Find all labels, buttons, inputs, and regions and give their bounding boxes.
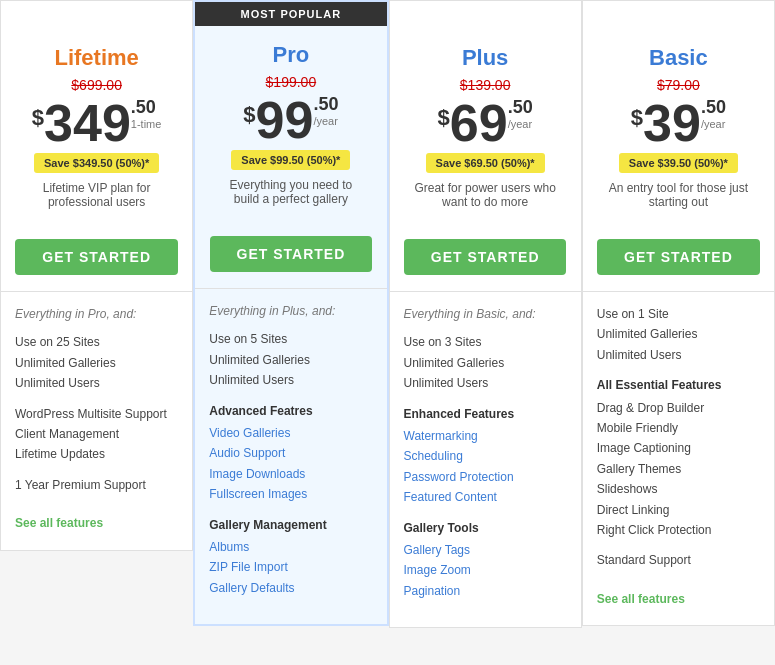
most-popular-badge: MOST POPULAR — [195, 2, 386, 26]
price-row-lifetime: $349.501-time — [13, 97, 180, 149]
get-started-btn-pro[interactable]: GET STARTED — [210, 236, 373, 272]
feature-item-plus-1-2: Password Protection — [404, 467, 567, 487]
feature-group-basic-0: Use on 1 SiteUnlimited GalleriesUnlimite… — [597, 304, 760, 365]
price-period-plus: /year — [508, 118, 532, 130]
price-main-lifetime: 349 — [44, 97, 131, 149]
feature-item-lifetime-1-0: WordPress Multisite Support — [15, 404, 178, 424]
feature-group-title-plus-2: Gallery Tools — [404, 518, 567, 538]
price-dollar-lifetime: $ — [32, 105, 44, 131]
features-intro-lifetime: Everything in Pro, and: — [15, 304, 178, 324]
feature-group-pro-0: Use on 5 SitesUnlimited GalleriesUnlimit… — [209, 329, 372, 390]
see-all-link-lifetime[interactable]: See all features — [15, 513, 103, 533]
price-period-basic: /year — [701, 118, 725, 130]
feature-item-pro-2-2: Gallery Defaults — [209, 578, 372, 598]
feature-item-plus-1-3: Featured Content — [404, 487, 567, 507]
plan-header-basic: Basic$79.00$39.50/yearSave $39.50 (50%)*… — [583, 29, 774, 239]
feature-item-lifetime-0-1: Unlimited Galleries — [15, 353, 178, 373]
feature-item-lifetime-0-0: Use on 25 Sites — [15, 332, 178, 352]
plan-desc-pro: Everything you need to build a perfect g… — [207, 178, 374, 218]
save-badge-lifetime: Save $349.50 (50%)* — [34, 153, 159, 173]
price-row-basic: $39.50/year — [595, 97, 762, 149]
original-price-plus: $139.00 — [402, 77, 569, 93]
divider-pro — [195, 288, 386, 289]
plan-col-lifetime: Lifetime$699.00$349.501-timeSave $349.50… — [0, 0, 193, 551]
feature-item-basic-1-5: Direct Linking — [597, 500, 760, 520]
feature-item-pro-1-1: Audio Support — [209, 443, 372, 463]
plan-name-plus: Plus — [402, 45, 569, 71]
feature-group-basic-1: All Essential FeaturesDrag & Drop Builde… — [597, 375, 760, 540]
features-intro-plus: Everything in Basic, and: — [404, 304, 567, 324]
feature-item-plus-1-0: Watermarking — [404, 426, 567, 446]
plan-features-pro: Everything in Plus, and:Use on 5 SitesUn… — [195, 301, 386, 608]
original-price-basic: $79.00 — [595, 77, 762, 93]
feature-group-lifetime-2: 1 Year Premium Support — [15, 475, 178, 495]
get-started-btn-plus[interactable]: GET STARTED — [404, 239, 567, 275]
divider-plus — [390, 291, 581, 292]
plan-desc-basic: An entry tool for those just starting ou… — [595, 181, 762, 221]
get-started-btn-basic[interactable]: GET STARTED — [597, 239, 760, 275]
plan-name-pro: Pro — [207, 42, 374, 68]
features-intro-pro: Everything in Plus, and: — [209, 301, 372, 321]
feature-item-lifetime-0-2: Unlimited Users — [15, 373, 178, 393]
feature-item-pro-1-0: Video Galleries — [209, 423, 372, 443]
divider-basic — [583, 291, 774, 292]
feature-item-basic-0-2: Unlimited Users — [597, 345, 760, 365]
feature-item-basic-0-1: Unlimited Galleries — [597, 324, 760, 344]
save-badge-pro: Save $99.50 (50%)* — [231, 150, 350, 170]
feature-item-pro-2-0: Albums — [209, 537, 372, 557]
feature-item-pro-2-1: ZIP File Import — [209, 557, 372, 577]
feature-group-pro-1: Advanced FeatresVideo GalleriesAudio Sup… — [209, 401, 372, 505]
feature-group-lifetime-0: Use on 25 SitesUnlimited GalleriesUnlimi… — [15, 332, 178, 393]
save-badge-plus: Save $69.50 (50%)* — [426, 153, 545, 173]
save-badge-basic: Save $39.50 (50%)* — [619, 153, 738, 173]
feature-item-basic-0-0: Use on 1 Site — [597, 304, 760, 324]
price-cents-plus: .50 — [508, 97, 533, 118]
plan-header-lifetime: Lifetime$699.00$349.501-timeSave $349.50… — [1, 29, 192, 239]
plan-name-lifetime: Lifetime — [13, 45, 180, 71]
original-price-lifetime: $699.00 — [13, 77, 180, 93]
feature-item-plus-0-0: Use on 3 Sites — [404, 332, 567, 352]
feature-group-plus-0: Use on 3 SitesUnlimited GalleriesUnlimit… — [404, 332, 567, 393]
price-cents-lifetime: .50 — [131, 97, 156, 118]
price-cents-basic: .50 — [701, 97, 726, 118]
feature-group-plus-2: Gallery ToolsGallery TagsImage ZoomPagin… — [404, 518, 567, 602]
feature-item-plus-2-1: Image Zoom — [404, 560, 567, 580]
feature-group-basic-2: Standard Support — [597, 550, 760, 570]
plan-col-pro: MOST POPULARPro$199.00$99.50/yearSave $9… — [193, 0, 388, 626]
feature-item-lifetime-1-2: Lifetime Updates — [15, 444, 178, 464]
feature-item-basic-1-1: Mobile Friendly — [597, 418, 760, 438]
feature-item-basic-1-4: Slideshows — [597, 479, 760, 499]
feature-item-basic-1-6: Right Click Protection — [597, 520, 760, 540]
feature-item-basic-1-3: Gallery Themes — [597, 459, 760, 479]
price-period-pro: /year — [313, 115, 337, 127]
price-cents-period-basic: .50/year — [701, 97, 726, 130]
price-period-lifetime: 1-time — [131, 118, 162, 130]
see-all-link-basic[interactable]: See all features — [597, 589, 685, 609]
feature-group-title-pro-1: Advanced Featres — [209, 401, 372, 421]
feature-item-plus-1-1: Scheduling — [404, 446, 567, 466]
feature-group-pro-2: Gallery ManagementAlbumsZIP File ImportG… — [209, 515, 372, 599]
plan-desc-plus: Great for power users who want to do mor… — [402, 181, 569, 221]
original-price-pro: $199.00 — [207, 74, 374, 90]
price-row-pro: $99.50/year — [207, 94, 374, 146]
feature-item-pro-1-3: Fullscreen Images — [209, 484, 372, 504]
feature-item-plus-2-0: Gallery Tags — [404, 540, 567, 560]
feature-group-plus-1: Enhanced FeaturesWatermarkingSchedulingP… — [404, 404, 567, 508]
plan-features-lifetime: Everything in Pro, and:Use on 25 SitesUn… — [1, 304, 192, 534]
feature-item-basic-2-0: Standard Support — [597, 550, 760, 570]
price-row-plus: $69.50/year — [402, 97, 569, 149]
price-cents-period-pro: .50/year — [313, 94, 338, 127]
feature-item-plus-0-2: Unlimited Users — [404, 373, 567, 393]
feature-item-plus-2-2: Pagination — [404, 581, 567, 601]
plan-header-pro: Pro$199.00$99.50/yearSave $99.50 (50%)*E… — [195, 26, 386, 236]
price-cents-pro: .50 — [313, 94, 338, 115]
pricing-container: Lifetime$699.00$349.501-timeSave $349.50… — [0, 0, 775, 628]
price-dollar-basic: $ — [631, 105, 643, 131]
plan-features-plus: Everything in Basic, and:Use on 3 SitesU… — [390, 304, 581, 611]
get-started-btn-lifetime[interactable]: GET STARTED — [15, 239, 178, 275]
feature-item-pro-0-2: Unlimited Users — [209, 370, 372, 390]
price-main-pro: 99 — [256, 94, 314, 146]
feature-group-title-plus-1: Enhanced Features — [404, 404, 567, 424]
feature-item-lifetime-1-1: Client Management — [15, 424, 178, 444]
feature-item-lifetime-2-0: 1 Year Premium Support — [15, 475, 178, 495]
